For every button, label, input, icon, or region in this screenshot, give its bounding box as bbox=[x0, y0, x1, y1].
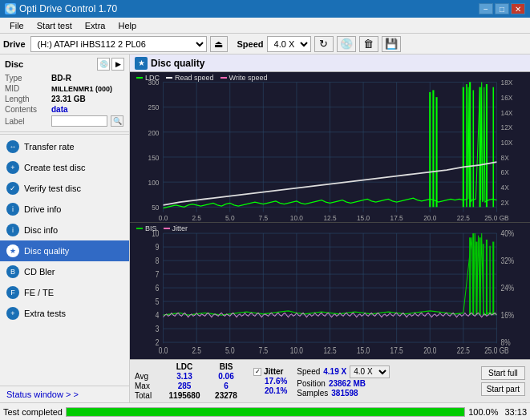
svg-text:22.5: 22.5 bbox=[457, 213, 470, 222]
status-window-label: Status window > > bbox=[6, 390, 79, 399]
nav-label-disc-quality: Disc quality bbox=[24, 246, 69, 256]
svg-text:10.0: 10.0 bbox=[290, 213, 303, 222]
speed-select[interactable]: 4.0 X bbox=[267, 36, 311, 52]
disc-button[interactable]: 💿 bbox=[337, 36, 356, 52]
samples-row: Samples 381598 bbox=[297, 389, 390, 398]
menu-extra[interactable]: Extra bbox=[79, 19, 112, 32]
maximize-button[interactable]: □ bbox=[495, 3, 509, 14]
jitter-section: ✓ Jitter 17.6% 20.1% bbox=[253, 367, 287, 395]
svg-text:12.5: 12.5 bbox=[323, 345, 336, 355]
svg-text:7.5: 7.5 bbox=[259, 345, 269, 355]
disc-panel: Disc 💿 ▶ Type BD-R MID MILLENMR1 (000) L… bbox=[0, 55, 129, 132]
svg-text:2.5: 2.5 bbox=[192, 213, 201, 222]
nav-item-cd-bler[interactable]: B CD Bler bbox=[0, 261, 129, 282]
main-layout: Disc 💿 ▶ Type BD-R MID MILLENMR1 (000) L… bbox=[0, 55, 530, 402]
minimize-button[interactable]: − bbox=[479, 3, 493, 14]
menu-file[interactable]: File bbox=[3, 19, 30, 32]
svg-text:16%: 16% bbox=[501, 310, 515, 320]
disc-mid-label: MID bbox=[5, 84, 48, 93]
status-window-button[interactable]: Status window > > bbox=[0, 386, 129, 402]
nav-item-verify-test-disc[interactable]: ✓ Verify test disc bbox=[0, 178, 129, 199]
disc-contents-label: Contents bbox=[5, 105, 48, 114]
svg-text:20.0: 20.0 bbox=[423, 345, 436, 355]
disc-type-row: Type BD-R bbox=[5, 74, 124, 83]
content-area: ★ Disc quality LDC Read speed bbox=[130, 55, 530, 402]
disc-quality-title: Disc quality bbox=[151, 58, 204, 69]
avg-label: Avg bbox=[135, 372, 164, 381]
disc-label-button[interactable]: 🔍 bbox=[111, 115, 123, 127]
svg-text:10X: 10X bbox=[501, 138, 513, 147]
ldc-header: LDC bbox=[164, 362, 205, 371]
chart1-legend: LDC Read speed Write speed bbox=[136, 74, 267, 82]
disc-label-input[interactable] bbox=[51, 115, 107, 127]
svg-text:100: 100 bbox=[148, 178, 160, 187]
speed-section: Speed 4.19 X 4.0 X Position 23862 MB Sam… bbox=[297, 365, 390, 398]
nav-item-create-test-disc[interactable]: + Create test disc bbox=[0, 157, 129, 178]
drive-label: Drive bbox=[3, 39, 26, 49]
nav-item-fe-te[interactable]: F FE / TE bbox=[0, 282, 129, 303]
chart2-svg: 10 9 8 7 6 5 4 3 2 40% 32% 24% 16% 8% bbox=[130, 223, 530, 359]
menu-start-test[interactable]: Start test bbox=[30, 19, 79, 32]
disc-contents-row: Contents data bbox=[5, 105, 124, 114]
svg-text:16X: 16X bbox=[501, 93, 513, 102]
title-bar-left: 💿 Opti Drive Control 1.70 bbox=[5, 3, 117, 14]
fe-te-icon: F bbox=[6, 286, 19, 299]
nav-item-extra-tests[interactable]: + Extra tests bbox=[0, 303, 129, 324]
nav-item-transfer-rate[interactable]: ↔ Transfer rate bbox=[0, 136, 129, 157]
jitter-checkbox[interactable]: ✓ bbox=[253, 368, 261, 376]
app-icon: 💿 bbox=[5, 3, 16, 14]
legend-bis: BIS bbox=[136, 224, 157, 232]
svg-text:12.5: 12.5 bbox=[323, 213, 336, 222]
disc-quality-header: ★ Disc quality bbox=[130, 55, 530, 72]
eject-button[interactable]: ⏏ bbox=[210, 36, 228, 52]
svg-text:0.0: 0.0 bbox=[159, 345, 168, 355]
create-test-disc-icon: + bbox=[6, 161, 19, 174]
disc-icon-2[interactable]: ▶ bbox=[111, 58, 124, 71]
legend-ldc: LDC bbox=[136, 74, 160, 82]
title-bar: 💿 Opti Drive Control 1.70 − □ ✕ bbox=[0, 0, 530, 18]
disc-icon-1[interactable]: 💿 bbox=[97, 58, 110, 71]
svg-text:7: 7 bbox=[156, 269, 160, 279]
erase-button[interactable]: 🗑 bbox=[359, 36, 378, 52]
speed-stat-select[interactable]: 4.0 X bbox=[350, 365, 390, 378]
disc-length-label: Length bbox=[5, 95, 48, 103]
svg-text:18X: 18X bbox=[501, 79, 513, 87]
menu-help[interactable]: Help bbox=[111, 19, 143, 32]
status-time: 33:13 bbox=[504, 407, 527, 417]
svg-text:8: 8 bbox=[156, 256, 160, 265]
chart2-legend: BIS Jitter bbox=[136, 224, 188, 232]
svg-text:200: 200 bbox=[148, 128, 160, 137]
speed-stat-label: Speed bbox=[297, 367, 320, 376]
nav-label-fe-te: FE / TE bbox=[24, 288, 54, 297]
position-value: 23862 MB bbox=[329, 379, 366, 388]
legend-write-speed: Write speed bbox=[220, 74, 268, 82]
nav-label-cd-bler: CD Bler bbox=[24, 267, 55, 277]
disc-quality-icon: ★ bbox=[6, 244, 19, 257]
svg-text:40%: 40% bbox=[501, 228, 515, 238]
action-buttons: Start full Start part bbox=[481, 366, 525, 396]
svg-text:15.0: 15.0 bbox=[357, 345, 370, 355]
svg-text:5.0: 5.0 bbox=[225, 345, 235, 355]
bis-header: BIS bbox=[205, 362, 247, 371]
disc-info-icon: i bbox=[6, 224, 19, 236]
disc-length-value: 23.31 GB bbox=[51, 95, 86, 103]
svg-text:0.0: 0.0 bbox=[159, 213, 168, 222]
svg-text:12X: 12X bbox=[501, 123, 513, 132]
svg-text:22.5: 22.5 bbox=[457, 345, 470, 355]
nav-item-disc-info[interactable]: i Disc info bbox=[0, 220, 129, 240]
close-button[interactable]: ✕ bbox=[511, 3, 525, 14]
disc-type-label: Type bbox=[5, 74, 48, 83]
avg-ldc: 3.13 bbox=[164, 372, 205, 381]
start-part-button[interactable]: Start part bbox=[481, 382, 525, 396]
refresh-button[interactable]: ↻ bbox=[314, 36, 334, 52]
max-bis: 6 bbox=[205, 382, 247, 390]
start-full-button[interactable]: Start full bbox=[481, 366, 525, 380]
drive-info-icon: i bbox=[6, 203, 19, 216]
nav-item-drive-info[interactable]: i Drive info bbox=[0, 199, 129, 220]
svg-text:20.0: 20.0 bbox=[423, 213, 436, 222]
save-button[interactable]: 💾 bbox=[382, 36, 401, 52]
drive-select[interactable]: (H:) ATAPI iHBS112 2 PL06 bbox=[30, 36, 207, 52]
samples-value: 381598 bbox=[331, 389, 358, 398]
disc-panel-header: Disc 💿 ▶ bbox=[5, 58, 124, 71]
nav-item-disc-quality[interactable]: ★ Disc quality bbox=[0, 240, 129, 261]
